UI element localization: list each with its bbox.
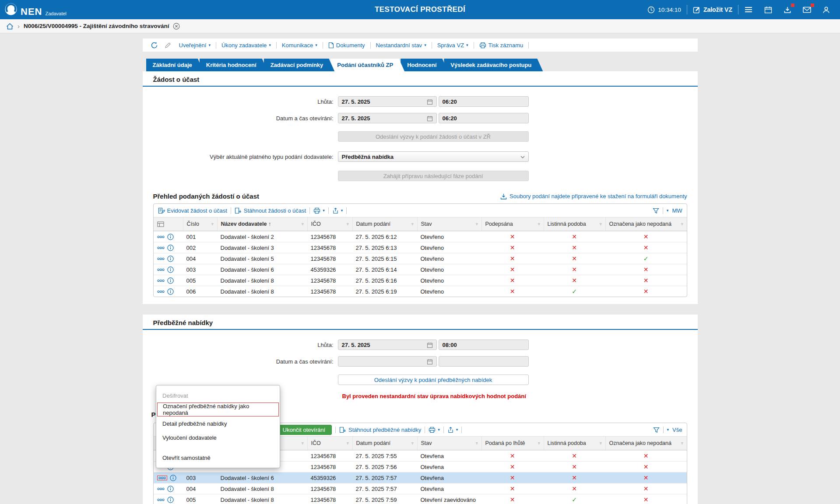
history-icon[interactable] (148, 41, 161, 49)
col-oznacena-jako-nepodana[interactable]: Označena jako nepodaná▿ (605, 217, 687, 231)
row-menu-icon[interactable] (158, 476, 166, 480)
table-row[interactable]: 004 Dodavatel - školení 8 12345678 27. 5… (154, 483, 687, 494)
row-menu-icon[interactable] (157, 487, 165, 490)
calendar-button[interactable] (759, 0, 778, 19)
filter-chevron-icon[interactable]: ▿ (476, 441, 478, 445)
row-info-icon[interactable] (167, 266, 174, 273)
col-nazev-dodavatele[interactable]: Název dodavatele ↑▿ (217, 217, 307, 231)
filter-chevron-icon[interactable]: ▿ (476, 222, 478, 226)
export-table-button[interactable]: ▾ (332, 207, 343, 214)
stahnout-zadosti-button[interactable]: Stáhnout žádosti o účast (235, 207, 306, 214)
deadline-date-input[interactable]: 27. 5. 2025 (338, 96, 437, 107)
brand[interactable]: NEN Zadavatel (4, 3, 67, 17)
view-selector[interactable]: Vše (672, 427, 682, 433)
row-menu-icon[interactable] (157, 235, 165, 238)
filter-chevron-icon[interactable]: ▿ (347, 222, 349, 226)
menu-item-vylouceni-dodavatele[interactable]: Vyloučení dodavatele (156, 430, 280, 444)
tab-vysledek-zadavaciho-postupu[interactable]: Výsledek zadávacího postupu (444, 59, 543, 71)
row-info-icon[interactable] (167, 256, 174, 262)
menu-uverejneni[interactable]: Uveřejnění▾ (175, 42, 214, 49)
col-ico[interactable]: IČO▿ (307, 217, 352, 231)
col-ico[interactable]: IČO▿ (307, 437, 352, 450)
row-menu-icon[interactable] (157, 498, 165, 501)
evidovat-zadost-button[interactable]: Evidovat žádost o účast (158, 207, 227, 214)
menu-dokumenty[interactable]: Dokumenty (324, 42, 369, 49)
table-row[interactable]: 002 Dodavatel - školení 3 12345678 27. 5… (154, 242, 687, 253)
send-preliminary-offers-button[interactable]: Odeslání výzvy k podání předběžných nabí… (338, 374, 529, 385)
view-selector[interactable]: MW (672, 207, 682, 214)
menu-sprava-vz[interactable]: Správa VZ▾ (433, 42, 472, 49)
calendar-icon[interactable] (427, 358, 433, 365)
col-listinna-podoba[interactable]: Listinná podoba▿ (544, 437, 605, 450)
menu-item-otevrit-samostatne[interactable]: Otevřít samostatně (156, 451, 280, 465)
menu-item-detail-nabidky[interactable]: Detail předběžné nabídky (156, 416, 280, 430)
submission-type-select[interactable]: Předběžná nabídka (338, 151, 529, 162)
deadline-date-input[interactable]: 27. 5. 2025 (338, 340, 437, 350)
deadline-time-input[interactable]: 08:00 (439, 340, 529, 350)
filter-chevron-icon[interactable]: ▿ (600, 441, 602, 445)
table-row[interactable]: 003 Dodavatel - školení 6 45359326 27. 5… (154, 264, 687, 275)
menu-tisk-zaznamu[interactable]: Tisk záznamu (475, 42, 527, 49)
col-datum-podani[interactable]: Datum podání▿ (352, 437, 417, 450)
row-info-icon[interactable] (170, 475, 176, 481)
table-row[interactable]: 004 Dodavatel - školení 5 12345678 27. 5… (154, 253, 687, 264)
opening-time-input[interactable]: 06:20 (439, 113, 529, 123)
col-stav[interactable]: Stav▿ (417, 437, 482, 450)
print-table-button[interactable]: ▾ (313, 207, 325, 214)
calendar-icon[interactable] (427, 115, 433, 122)
filter-chevron-icon[interactable]: ▿ (681, 222, 683, 226)
opening-date-input[interactable] (338, 356, 437, 367)
table-row[interactable]: 006 Dodavatel - školení 8 12345678 27. 5… (154, 286, 687, 297)
opening-time-input[interactable] (439, 356, 529, 367)
row-info-icon[interactable] (167, 497, 174, 503)
table-row[interactable]: 005 Dodavatel - školení 8 12345678 27. 5… (154, 494, 687, 504)
row-menu-icon[interactable] (157, 257, 165, 260)
row-info-icon[interactable] (167, 486, 174, 492)
col-podepsana[interactable]: Podepsána▿ (482, 217, 544, 231)
chevron-down-icon[interactable]: ▾ (667, 427, 669, 432)
create-vz-button[interactable]: Založit VZ (687, 0, 738, 19)
table-row[interactable]: 005 Dodavatel - školení 8 12345678 27. 5… (154, 275, 687, 286)
calendar-icon[interactable] (427, 98, 433, 105)
stahnout-nabidky-button[interactable]: Stáhnout předběžné nabídky (339, 426, 421, 433)
row-info-icon[interactable] (167, 277, 174, 284)
ukoncit-oteviran-button[interactable]: Ukončit otevírání (276, 425, 332, 435)
tab-podani-ucastniku-zp[interactable]: Podání účastníků ZP (330, 59, 404, 71)
filter-chevron-icon[interactable]: ▿ (347, 441, 349, 445)
menu-komunikace[interactable]: Komunikace▾ (278, 42, 321, 49)
filter-chevron-icon[interactable]: ▿ (411, 222, 414, 226)
col-podana-po-lhute[interactable]: Podaná po lhůtě▿ (482, 437, 544, 450)
menu-nestandardni-stav[interactable]: Nestandardní stav▾ (372, 42, 430, 49)
filter-icon[interactable] (653, 207, 659, 214)
filter-icon[interactable] (653, 426, 660, 433)
tab-zakladni-udaje[interactable]: Základní údaje (146, 59, 204, 71)
close-record-icon[interactable] (173, 22, 180, 30)
row-info-icon[interactable] (167, 234, 174, 240)
home-icon[interactable] (6, 22, 14, 29)
row-menu-icon[interactable] (157, 279, 165, 282)
filter-chevron-icon[interactable]: ▿ (600, 222, 602, 226)
filter-chevron-icon[interactable]: ▿ (538, 441, 540, 445)
menu-item-oznaceni-nepodana[interactable]: Označení předběžné nabídky jako nepodaná (157, 402, 279, 416)
table-row[interactable]: 001 Dodavatel - školení 2 12345678 27. 5… (154, 231, 687, 242)
menu-ukony-zadavatele[interactable]: Úkony zadavatele▾ (218, 42, 275, 49)
col-oznacena-jako-nepodana[interactable]: Označena jako nepodaná▿ (605, 437, 687, 450)
filter-chevron-icon[interactable]: ▿ (302, 441, 304, 445)
deadline-time-input[interactable]: 06:20 (439, 96, 529, 107)
messages-button[interactable] (797, 0, 817, 19)
row-info-icon[interactable] (167, 288, 174, 295)
profile-button[interactable] (817, 0, 836, 19)
pencil-icon[interactable] (162, 42, 174, 49)
submission-files-link[interactable]: Soubory podání najdete připravené ke sta… (500, 193, 687, 200)
opening-date-input[interactable]: 27. 5. 2025 (338, 113, 437, 123)
col-datum-podani[interactable]: Datum podání▿ (352, 217, 417, 231)
filter-chevron-icon[interactable]: ▿ (681, 441, 683, 445)
filter-chevron-icon[interactable]: ▿ (538, 222, 540, 226)
main-menu-button[interactable] (738, 0, 759, 19)
tab-hodnoceni[interactable]: Hodnocení (401, 59, 448, 71)
col-stav[interactable]: Stav▿ (417, 217, 482, 231)
filter-chevron-icon[interactable]: ▿ (302, 222, 304, 226)
filter-chevron-icon[interactable]: ▿ (211, 222, 214, 226)
print-table-button[interactable]: ▾ (429, 426, 440, 433)
breadcrumb-item[interactable]: N006/25/V00004995 - Zajištění závodního … (24, 23, 169, 29)
